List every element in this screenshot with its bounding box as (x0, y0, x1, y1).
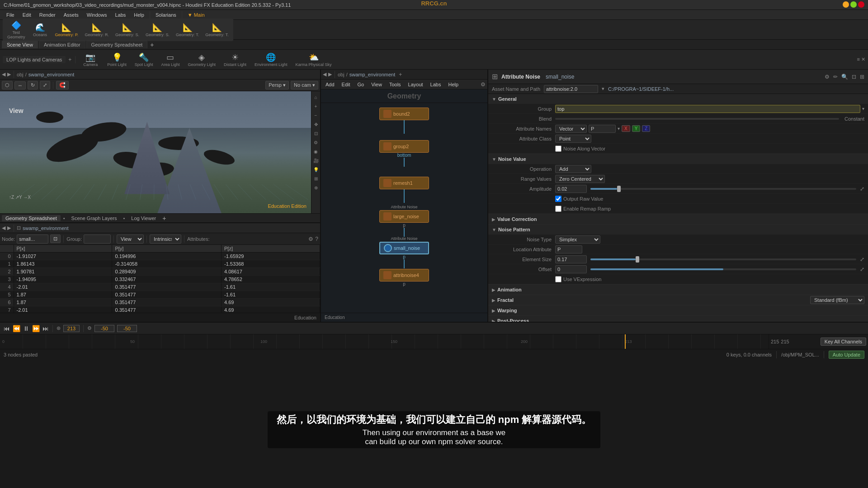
menu-assets[interactable]: Assets (60, 11, 82, 19)
ss-view-select[interactable]: View (117, 235, 144, 244)
shelf-geometry-s[interactable]: 📐 Geometry: S. (113, 22, 142, 38)
menu-file[interactable]: File (3, 11, 18, 19)
section-fractal-header[interactable]: ▶ Fractal Standard (fBm) (488, 295, 868, 305)
node-box-attribnoise4[interactable]: attribnoise4 (379, 269, 429, 282)
playhead[interactable] (625, 334, 626, 349)
group-menu-arrow[interactable]: ▾ (862, 106, 864, 111)
col-py[interactable]: P[y] (112, 245, 222, 253)
section-post-process-header[interactable]: ▶ Post-Process (488, 316, 868, 322)
asset-dropdown[interactable]: ▾ (602, 86, 604, 92)
element-size-slider[interactable] (590, 258, 856, 260)
tab-animation-editor[interactable]: Animation Editor (39, 41, 85, 48)
tab-geometry-spreadsheet[interactable]: Geometry Spreadsheet (86, 41, 148, 48)
tl-play-btn[interactable]: ⏸ (23, 325, 29, 332)
offset-input[interactable] (555, 265, 587, 273)
xyz-y-btn[interactable]: Y (632, 125, 641, 132)
side-tool-render[interactable]: ◉ (312, 147, 320, 155)
vp-cam-btn[interactable]: No cam ▾ (291, 81, 318, 89)
node-bound2[interactable]: bound2 (379, 108, 429, 134)
output-raw-check[interactable] (555, 196, 561, 202)
element-size-slider-handle[interactable] (636, 256, 639, 263)
side-tool-lights[interactable]: 💡 (312, 165, 320, 174)
side-tool-zoom-in[interactable]: + (312, 102, 320, 110)
props-edit-icon[interactable]: ✏ (833, 74, 838, 80)
bottom-tab-add[interactable]: + (160, 215, 168, 222)
tool-geometry-light[interactable]: ◈ Geometry Light (185, 52, 218, 68)
props-collapse-icon[interactable]: ⊡ (852, 74, 856, 80)
vp-tool-snap[interactable]: 🧲 (56, 81, 69, 89)
props-expand-icon[interactable]: ⊞ (860, 74, 864, 80)
menu-solarians[interactable]: Solarians (152, 11, 180, 19)
node-box-remesh1[interactable]: remesh1 (379, 177, 429, 189)
attr-type-select[interactable]: Vector (555, 125, 587, 133)
node-small-noise[interactable]: Attribute Noise small_noise p (379, 236, 429, 268)
range-select[interactable]: Zero Centered (555, 175, 605, 183)
amplitude-input[interactable] (555, 185, 587, 193)
vp-nav-fwd[interactable]: ▶ (7, 71, 11, 77)
node-large-noise[interactable]: Attribute Noise large_noise p (379, 205, 429, 237)
ss-fwd[interactable]: ▶ (7, 225, 11, 231)
vp-persp-btn[interactable]: Persp ▾ (265, 81, 289, 89)
ss-filter-btn[interactable]: ⚙ (308, 236, 313, 242)
ss-help-btn[interactable]: ? (315, 236, 318, 242)
timeline-bar[interactable]: 0 50 100 150 200 213 213 215 215 Key All… (0, 334, 868, 349)
viewport-3d[interactable]: View Education Edition ↑Z ↗Y →X (0, 91, 311, 213)
shelf-test-geometry[interactable]: 🔷 Test Geometry (5, 19, 28, 40)
ng-back[interactable]: ◀ (323, 71, 326, 77)
shelf-geometry-t2[interactable]: 📐 Geometry: T. (203, 22, 231, 38)
menu-render[interactable]: Render (36, 11, 59, 19)
col-px[interactable]: P[x] (14, 245, 112, 253)
section-noise-value-header[interactable]: ▼ Noise Value (488, 154, 868, 164)
side-tool-pan[interactable]: ✥ (312, 120, 320, 128)
ss-back[interactable]: ◀ (2, 225, 5, 231)
shelf-oceans[interactable]: 🌊 Oceans (29, 22, 52, 38)
ng-menu-add[interactable]: Add (323, 81, 337, 88)
vp-tool-scale[interactable]: ⤢ (40, 81, 50, 89)
ng-menu-edit[interactable]: Edit (339, 81, 353, 88)
node-box-group2[interactable]: group2 (379, 140, 429, 153)
tl-realtime-icon[interactable]: ⊛ (57, 325, 61, 331)
ss-group-input[interactable] (84, 235, 111, 244)
minimize-button[interactable] (843, 1, 849, 8)
operation-select[interactable]: Add (555, 165, 591, 173)
ng-menu-labs[interactable]: Labs (428, 81, 444, 88)
attr-name-input[interactable] (589, 125, 616, 133)
ng-menu-help[interactable]: Help (445, 81, 461, 88)
start-frame-input[interactable] (94, 325, 114, 332)
blend-slider[interactable] (555, 118, 839, 120)
vp-tool-move[interactable]: ↔ (14, 81, 26, 89)
amplitude-slider-handle[interactable] (617, 186, 621, 192)
side-tool-frame[interactable]: ⊡ (312, 129, 320, 137)
attr-class-select[interactable]: Point (555, 135, 591, 143)
vp-nav-back[interactable]: ◀ (2, 71, 5, 77)
vp-tool-select[interactable]: ⬡ (2, 81, 13, 89)
section-warping-header[interactable]: ▶ Warping (488, 305, 868, 315)
node-attribnoise4[interactable]: attribnoise4 p (379, 269, 429, 286)
bottom-tab-spreadsheet[interactable]: Geometry Spreadsheet (2, 215, 61, 221)
end-frame-input[interactable] (117, 325, 137, 332)
section-noise-pattern-header[interactable]: ▼ Noise Pattern (488, 225, 868, 235)
ng-swamp[interactable]: swamp_environment (349, 72, 396, 77)
key-all-btn[interactable]: Key All Channels (821, 338, 866, 346)
element-size-expand[interactable]: ⤢ (860, 256, 864, 263)
bottom-tab-scene-graph[interactable]: Scene Graph Layers (68, 215, 121, 221)
asset-name-input[interactable] (544, 85, 598, 93)
menu-windows[interactable]: Windows (83, 11, 111, 19)
tl-start-btn[interactable]: ⏮ (4, 325, 10, 332)
element-size-input[interactable] (555, 255, 587, 263)
auto-update-btn[interactable]: Auto Update (829, 351, 864, 359)
shelf-geometry-r[interactable]: 📐 Geometry: R. (82, 22, 112, 38)
tab-scene-view[interactable]: Scene View (2, 41, 38, 48)
tab-add-button[interactable]: + (148, 41, 156, 48)
ng-menu-tools[interactable]: Tools (387, 81, 404, 88)
use-vex-check[interactable] (555, 276, 561, 282)
vp-path-env[interactable]: swamp_environment (28, 72, 75, 77)
offset-slider[interactable] (590, 268, 856, 270)
side-tool-camera[interactable]: 🎥 (312, 156, 320, 164)
side-tool-settings[interactable]: ⚙ (312, 138, 320, 146)
col-pz[interactable]: P[z] (222, 245, 320, 253)
node-box-bound2[interactable]: bound2 (379, 108, 429, 120)
tl-next-btn[interactable]: ⏩ (32, 325, 40, 332)
tl-end-btn[interactable]: ⏭ (42, 325, 49, 332)
noise-along-vector-check[interactable] (555, 145, 561, 152)
